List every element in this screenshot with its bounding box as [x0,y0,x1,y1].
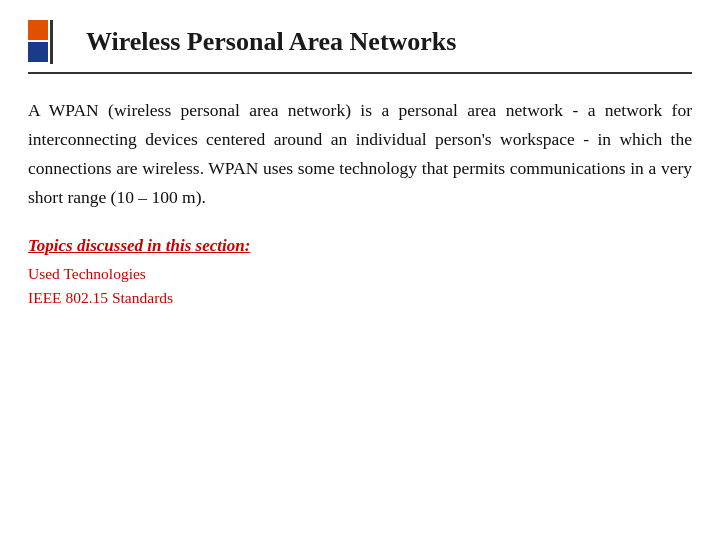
logo-graphic [28,20,72,64]
header-area: Wireless Personal Area Networks [28,20,692,74]
svg-rect-2 [50,20,53,64]
svg-rect-0 [28,20,48,40]
topics-section: Topics discussed in this section: Used T… [28,236,692,312]
topic-item-1: Used Technologies [28,262,692,287]
topic-item-2: IEEE 802.15 Standards [28,286,692,311]
page-container: Wireless Personal Area Networks A WPAN (… [0,0,720,540]
svg-rect-1 [28,42,48,62]
main-paragraph: A WPAN (wireless personal area network) … [28,96,692,212]
topics-heading: Topics discussed in this section: [28,236,692,256]
page-title: Wireless Personal Area Networks [86,27,456,57]
